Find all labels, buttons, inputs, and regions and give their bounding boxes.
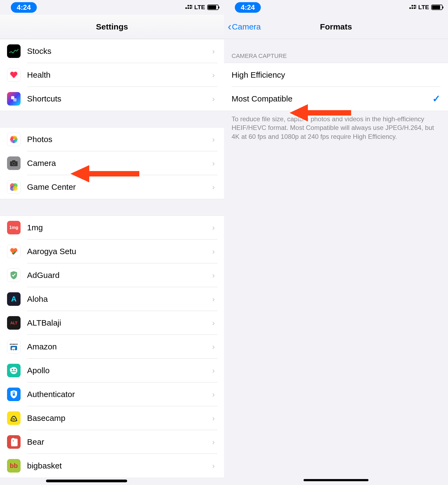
chevron-right-icon: › [212, 135, 215, 144]
home-indicator [46, 480, 127, 482]
camera-capture-options: High Efficiency Most Compatible ✓ [224, 63, 448, 111]
chevron-right-icon: › [212, 70, 215, 80]
row-label: bigbasket [27, 461, 212, 470]
chevron-right-icon: › [212, 342, 215, 351]
row-label: Apollo [27, 366, 212, 375]
back-button[interactable]: ‹ Camera [224, 21, 261, 33]
nav-bar: Settings [0, 15, 224, 39]
photos-icon [7, 133, 21, 146]
settings-row-photos[interactable]: Photos › [0, 127, 224, 151]
svg-point-12 [14, 136, 17, 139]
settings-row-1mg[interactable]: 1mg 1mg › [0, 216, 224, 240]
app-icon-basecamp [7, 411, 21, 425]
row-label: Amazon [27, 342, 212, 351]
status-time: 4:24 [235, 2, 261, 13]
app-icon-altbalaji: ALT [7, 316, 21, 330]
settings-row-camera[interactable]: Camera › [0, 151, 224, 175]
svg-rect-32 [13, 394, 15, 396]
svg-point-4 [190, 5, 191, 6]
svg-point-39 [411, 5, 413, 6]
settings-row-stocks[interactable]: Stocks › [0, 39, 224, 63]
svg-point-23 [13, 186, 18, 191]
chevron-right-icon: › [212, 461, 215, 470]
health-icon [7, 68, 21, 82]
settings-row-authenticator[interactable]: Authenticator › [0, 382, 224, 406]
row-label: Stocks [27, 47, 212, 56]
row-label: Shortcuts [27, 94, 212, 103]
battery-icon [431, 5, 443, 10]
row-label: Photos [27, 135, 212, 144]
settings-row-bear[interactable]: Bear › [0, 430, 224, 454]
row-label: Game Center [27, 182, 212, 192]
option-high-efficiency[interactable]: High Efficiency [224, 63, 448, 87]
row-label: Aarogya Setu [27, 247, 212, 256]
row-label: 1mg [27, 223, 212, 232]
settings-row-basecamp[interactable]: Basecamp › [0, 406, 224, 430]
settings-row-aloha[interactable]: A Aloha › [0, 287, 224, 311]
settings-row-apollo[interactable]: Apollo › [0, 359, 224, 382]
status-indicators: LTE [409, 4, 443, 11]
chevron-right-icon: › [212, 271, 215, 280]
settings-row-bigbasket[interactable]: bb bigbasket › [0, 454, 224, 478]
svg-rect-41 [416, 5, 416, 9]
svg-rect-7 [13, 98, 17, 101]
chevron-right-icon: › [212, 366, 215, 375]
section-header-camera-capture: CAMERA CAPTURE [224, 39, 448, 63]
svg-text:amazon: amazon [10, 343, 18, 345]
chevron-right-icon: › [212, 247, 215, 256]
svg-point-33 [13, 440, 14, 441]
chevron-right-icon: › [212, 318, 215, 327]
row-label: Authenticator [27, 390, 212, 399]
option-most-compatible[interactable]: Most Compatible ✓ [224, 87, 448, 111]
status-bar: 4:24 LTE [224, 0, 448, 15]
stocks-icon [7, 44, 21, 58]
home-indicator[interactable] [304, 479, 368, 481]
settings-row-shortcuts[interactable]: Shortcuts › [0, 87, 224, 111]
app-icon-bigbasket: bb [7, 459, 21, 473]
settings-row-aarogya-setu[interactable]: Aarogya Setu › [0, 240, 224, 263]
status-bar: 4:24 LTE [0, 0, 224, 15]
chevron-right-icon: › [212, 159, 215, 168]
chevron-right-icon: › [212, 414, 215, 423]
row-label: Camera [27, 159, 212, 168]
option-label: Most Compatible [232, 94, 432, 103]
settings-group-media: Photos › Camera › Gam [0, 127, 224, 199]
svg-point-2 [190, 7, 191, 9]
chevron-right-icon: › [212, 223, 215, 232]
settings-row-game-center[interactable]: Game Center › [0, 175, 224, 199]
carrier-label: LTE [418, 4, 429, 11]
svg-point-29 [12, 369, 13, 371]
formats-screen: 4:24 LTE ‹ Camera Formats CAMERA CAPTURE [224, 0, 448, 485]
settings-row-amazon[interactable]: amazon Amazon › [0, 335, 224, 359]
svg-point-38 [414, 7, 415, 9]
carrier-label: LTE [194, 4, 205, 11]
page-title: Settings [0, 22, 224, 31]
chevron-right-icon: › [212, 390, 215, 399]
app-icon-adguard [7, 268, 21, 282]
settings-row-adguard[interactable]: AdGuard › [0, 263, 224, 287]
svg-point-15 [11, 136, 14, 139]
app-icon-aarogya [7, 245, 21, 258]
svg-point-28 [10, 367, 17, 374]
svg-point-37 [411, 7, 413, 9]
status-indicators: LTE [185, 4, 219, 11]
settings-row-altbalaji[interactable]: ALT ALTBalaji › [0, 311, 224, 335]
camera-icon [7, 156, 21, 170]
chevron-right-icon: › [212, 182, 215, 192]
svg-point-1 [187, 7, 189, 9]
svg-point-40 [414, 5, 415, 6]
settings-row-health[interactable]: Health › [0, 63, 224, 87]
app-icon-authenticator [7, 388, 21, 401]
row-label: AdGuard [27, 271, 212, 280]
svg-point-14 [11, 139, 14, 143]
chevron-right-icon: › [212, 47, 215, 56]
row-label: Aloha [27, 294, 212, 304]
chevron-right-icon: › [212, 437, 215, 447]
row-label: Bear [27, 437, 212, 447]
svg-point-18 [13, 163, 15, 165]
option-label: High Efficiency [232, 70, 440, 80]
shortcuts-icon [7, 92, 21, 106]
row-label: Health [27, 70, 212, 80]
game-center-icon [7, 180, 21, 194]
settings-group-apps: 1mg 1mg › Aarogya Setu › AdGuard › [0, 215, 224, 478]
